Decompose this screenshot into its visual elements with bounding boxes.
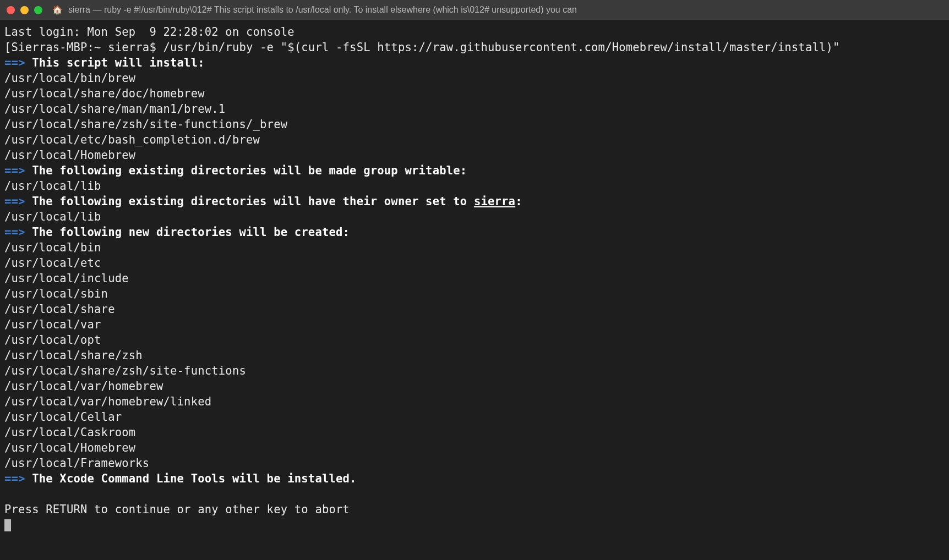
arrow-icon: ==> [4,56,25,69]
heading-owner-prefix: The following existing directories will … [32,195,474,208]
arrow-icon: ==> [4,226,25,239]
new-dir-path: /usr/local/share/zsh/site-functions [4,364,246,377]
new-dir-path: /usr/local/var [4,318,101,331]
new-dir-path: /usr/local/share [4,303,115,316]
command-text: /usr/bin/ruby -e "$(curl -fsSL https://r… [163,41,839,54]
cursor[interactable] [4,519,11,531]
new-dir-path: /usr/local/Caskroom [4,426,135,439]
minimize-button[interactable] [20,6,29,14]
new-dir-path: /usr/local/var/homebrew [4,380,163,393]
press-return-prompt: Press RETURN to continue or any other ke… [4,503,350,516]
arrow-icon: ==> [4,195,25,208]
new-dir-path: /usr/local/include [4,272,129,285]
group-writable-path: /usr/local/lib [4,179,101,193]
maximize-button[interactable] [34,6,42,14]
terminal-output[interactable]: Last login: Mon Sep 9 22:28:02 on consol… [0,20,949,560]
install-path: /usr/local/share/zsh/site-functions/_bre… [4,118,287,131]
window-title: sierra — ruby -e #!/usr/bin/ruby\012# Th… [68,5,577,15]
titlebar[interactable]: 🏠 sierra — ruby -e #!/usr/bin/ruby\012# … [0,0,949,20]
install-path: /usr/local/bin/brew [4,72,135,85]
heading-group-writable: The following existing directories will … [32,164,467,177]
heading-xcode: The Xcode Command Line Tools will be ins… [32,472,356,485]
new-dir-path: /usr/local/var/homebrew/linked [4,395,211,408]
new-dir-path: /usr/local/etc [4,256,101,270]
close-button[interactable] [7,6,15,14]
home-icon: 🏠 [52,5,63,15]
owner-user: sierra [474,195,515,208]
owner-path: /usr/local/lib [4,210,101,223]
new-dir-path: /usr/local/bin [4,241,101,254]
heading-new-dirs: The following new directories will be cr… [32,226,350,239]
install-path: /usr/local/Homebrew [4,149,135,162]
install-path: /usr/local/share/doc/homebrew [4,87,205,100]
terminal-window: 🏠 sierra — ruby -e #!/usr/bin/ruby\012# … [0,0,949,560]
arrow-icon: ==> [4,472,25,485]
new-dir-path: /usr/local/Frameworks [4,457,149,470]
heading-install: This script will install: [32,56,205,69]
install-path: /usr/local/share/man/man1/brew.1 [4,102,225,116]
new-dir-path: /usr/local/share/zsh [4,349,143,362]
last-login-line: Last login: Mon Sep 9 22:28:02 on consol… [4,25,294,39]
prompt: [Sierras-MBP:~ sierra$ [4,41,163,54]
traffic-lights [7,6,42,14]
new-dir-path: /usr/local/sbin [4,287,108,300]
arrow-icon: ==> [4,164,25,177]
new-dir-path: /usr/local/opt [4,333,101,347]
install-path: /usr/local/etc/bash_completion.d/brew [4,133,260,146]
new-dir-path: /usr/local/Homebrew [4,441,135,454]
heading-owner-suffix: : [515,195,522,208]
new-dir-path: /usr/local/Cellar [4,410,122,424]
